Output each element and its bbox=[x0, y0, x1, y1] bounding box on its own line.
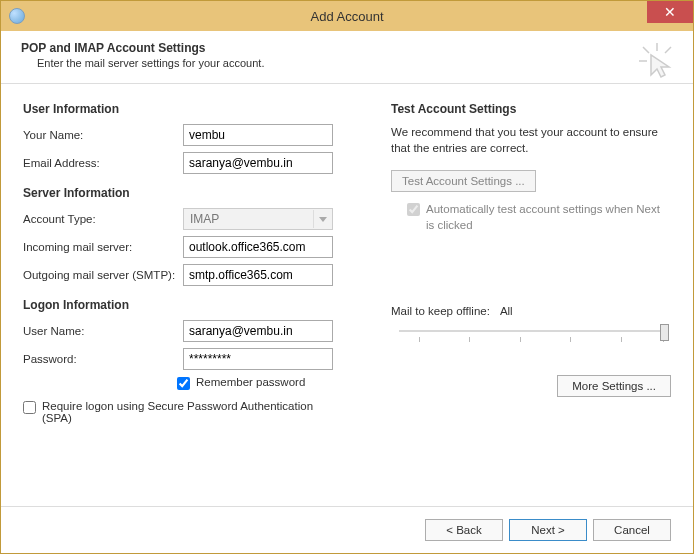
dialog-body: User Information Your Name: Email Addres… bbox=[1, 84, 693, 506]
close-icon: ✕ bbox=[664, 5, 676, 19]
slider-thumb[interactable] bbox=[660, 324, 669, 341]
section-test-settings: Test Account Settings bbox=[391, 102, 671, 116]
more-settings-button[interactable]: More Settings ... bbox=[557, 375, 671, 397]
header-title: POP and IMAP Account Settings bbox=[21, 41, 673, 55]
incoming-server-input[interactable] bbox=[183, 236, 333, 258]
remember-password-row: Remember password bbox=[177, 376, 363, 390]
cursor-icon bbox=[637, 41, 677, 81]
require-spa-label: Require logon using Secure Password Auth… bbox=[42, 400, 342, 424]
auto-test-row: Automatically test account settings when… bbox=[407, 202, 671, 233]
outgoing-server-input[interactable] bbox=[183, 264, 333, 286]
your-name-input[interactable] bbox=[183, 124, 333, 146]
back-button[interactable]: < Back bbox=[425, 519, 503, 541]
section-user-info: User Information bbox=[23, 102, 363, 116]
label-outgoing: Outgoing mail server (SMTP): bbox=[23, 269, 183, 281]
require-spa-row: Require logon using Secure Password Auth… bbox=[23, 400, 363, 424]
left-column: User Information Your Name: Email Addres… bbox=[23, 102, 363, 496]
add-account-window: Add Account ✕ POP and IMAP Account Setti… bbox=[0, 0, 694, 554]
label-account-type: Account Type: bbox=[23, 213, 183, 225]
test-account-settings-button[interactable]: Test Account Settings ... bbox=[391, 170, 536, 192]
account-type-value: IMAP bbox=[190, 212, 219, 226]
remember-password-checkbox[interactable] bbox=[177, 377, 190, 390]
mail-offline-value: All bbox=[500, 305, 513, 317]
remember-password-label: Remember password bbox=[196, 376, 305, 388]
account-type-select: IMAP bbox=[183, 208, 333, 230]
mail-offline-slider[interactable] bbox=[391, 323, 671, 347]
user-name-input[interactable] bbox=[183, 320, 333, 342]
label-password: Password: bbox=[23, 353, 183, 365]
label-email: Email Address: bbox=[23, 157, 183, 169]
dialog-header: POP and IMAP Account Settings Enter the … bbox=[1, 31, 693, 84]
titlebar: Add Account ✕ bbox=[1, 1, 693, 31]
svg-line-3 bbox=[643, 47, 649, 53]
header-subtitle: Enter the mail server settings for your … bbox=[21, 57, 673, 69]
mail-offline-label: Mail to keep offline: bbox=[391, 305, 490, 317]
right-column: Test Account Settings We recommend that … bbox=[391, 102, 671, 496]
email-input[interactable] bbox=[183, 152, 333, 174]
auto-test-label: Automatically test account settings when… bbox=[426, 202, 671, 233]
label-user-name: User Name: bbox=[23, 325, 183, 337]
close-button[interactable]: ✕ bbox=[647, 1, 693, 23]
window-title: Add Account bbox=[1, 9, 693, 24]
slider-line bbox=[399, 330, 663, 332]
next-button[interactable]: Next > bbox=[509, 519, 587, 541]
test-description: We recommend that you test your account … bbox=[391, 124, 671, 156]
mail-offline-section: Mail to keep offline: All bbox=[391, 305, 671, 347]
svg-line-2 bbox=[665, 47, 671, 53]
section-logon-info: Logon Information bbox=[23, 298, 363, 312]
auto-test-checkbox[interactable] bbox=[407, 203, 420, 216]
require-spa-checkbox[interactable] bbox=[23, 401, 36, 414]
label-your-name: Your Name: bbox=[23, 129, 183, 141]
label-incoming: Incoming mail server: bbox=[23, 241, 183, 253]
chevron-down-icon bbox=[313, 210, 331, 228]
dialog-footer: < Back Next > Cancel bbox=[1, 506, 693, 553]
password-input[interactable] bbox=[183, 348, 333, 370]
section-server-info: Server Information bbox=[23, 186, 363, 200]
cancel-button[interactable]: Cancel bbox=[593, 519, 671, 541]
